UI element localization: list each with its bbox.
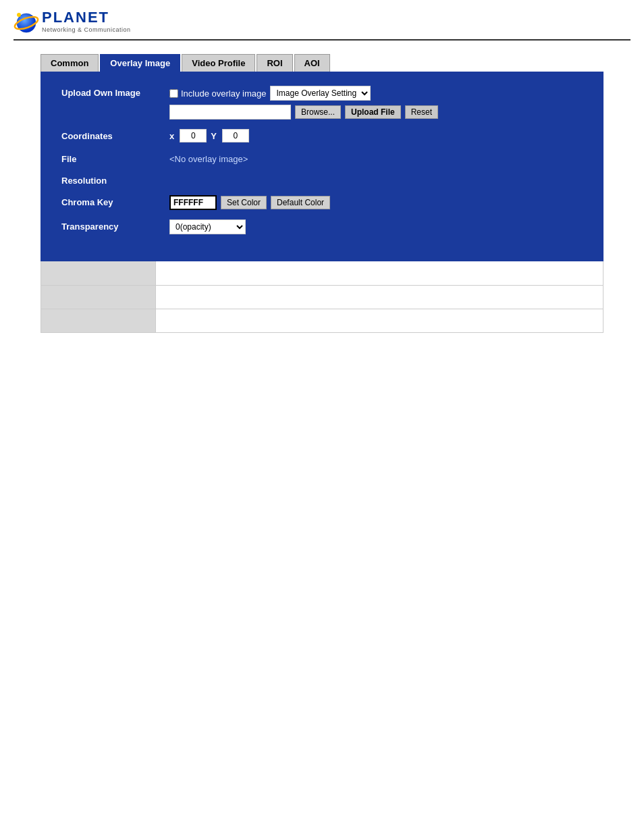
table-header-cell: [41, 261, 156, 285]
transparency-row: Transparency 0(opacity) 1 2 3 4 5 6 7 8 …: [61, 219, 583, 234]
brand-name: PLANET: [42, 9, 131, 26]
upload-label: Upload Own Image: [61, 86, 169, 98]
table-value-cell: [156, 285, 603, 309]
tabs-container: Common Overlay Image Video Profile ROI A…: [41, 54, 603, 72]
tab-roi[interactable]: ROI: [257, 54, 292, 72]
coordinates-label: Coordinates: [61, 129, 169, 141]
file-path-input[interactable]: [169, 105, 291, 120]
transparency-label: Transparency: [61, 219, 169, 232]
include-overlay-checkbox[interactable]: [169, 89, 178, 98]
coord-x-input[interactable]: [180, 129, 207, 142]
logo-globe-icon: [14, 8, 39, 34]
browse-button[interactable]: Browse...: [295, 105, 341, 119]
header: PLANET Networking & Communication: [0, 0, 644, 39]
transparency-controls: 0(opacity) 1 2 3 4 5 6 7 8 9 10(transpar…: [169, 219, 246, 234]
bottom-table: [41, 261, 603, 333]
table-row: [41, 261, 603, 285]
transparency-select[interactable]: 0(opacity) 1 2 3 4 5 6 7 8 9 10(transpar…: [169, 219, 246, 234]
x-label: x: [169, 131, 174, 141]
chroma-key-input[interactable]: [169, 195, 217, 210]
table-header-cell: [41, 309, 156, 332]
upload-controls: Include overlay image Image Overlay Sett…: [169, 86, 438, 120]
set-color-button[interactable]: Set Color: [221, 196, 267, 209]
reset-button[interactable]: Reset: [405, 105, 438, 119]
coordinates-row: Coordinates x Y: [61, 129, 583, 142]
tab-common[interactable]: Common: [41, 54, 99, 72]
coordinates-controls: x Y: [169, 129, 249, 142]
tab-video-profile[interactable]: Video Profile: [182, 54, 255, 72]
y-label: Y: [211, 131, 217, 141]
coord-y-input[interactable]: [222, 129, 249, 142]
table-value-cell: [156, 261, 603, 285]
svg-point-2: [17, 13, 21, 17]
upload-file-button[interactable]: Upload File: [345, 105, 401, 119]
tab-overlay-image[interactable]: Overlay Image: [100, 54, 180, 72]
table-row: [41, 309, 603, 332]
panel-overlay-image: Upload Own Image Include overlay image I…: [41, 72, 603, 261]
include-overlay-label[interactable]: Include overlay image: [169, 88, 266, 99]
table-value-cell: [156, 309, 603, 332]
resolution-label: Resolution: [61, 174, 169, 186]
table-header-cell: [41, 285, 156, 309]
overlay-setting-select[interactable]: Image Overlay Setting: [270, 86, 371, 101]
resolution-row: Resolution: [61, 174, 583, 186]
logo: PLANET Networking & Communication: [14, 8, 131, 34]
upload-own-image-row: Upload Own Image Include overlay image I…: [61, 86, 583, 120]
brand-sub: Networking & Communication: [42, 26, 131, 33]
table-row: [41, 285, 603, 309]
chroma-key-controls: Set Color Default Color: [169, 195, 330, 210]
file-row: File <No overlay image>: [61, 152, 583, 164]
logo-text: PLANET Networking & Communication: [42, 9, 131, 33]
chroma-key-label: Chroma Key: [61, 195, 169, 207]
file-value: <No overlay image>: [169, 152, 248, 164]
file-label: File: [61, 152, 169, 164]
main-content: Common Overlay Image Video Profile ROI A…: [0, 41, 644, 346]
chroma-key-row: Chroma Key Set Color Default Color: [61, 195, 583, 210]
tab-aoi[interactable]: AOI: [294, 54, 330, 72]
default-color-button[interactable]: Default Color: [271, 196, 330, 209]
